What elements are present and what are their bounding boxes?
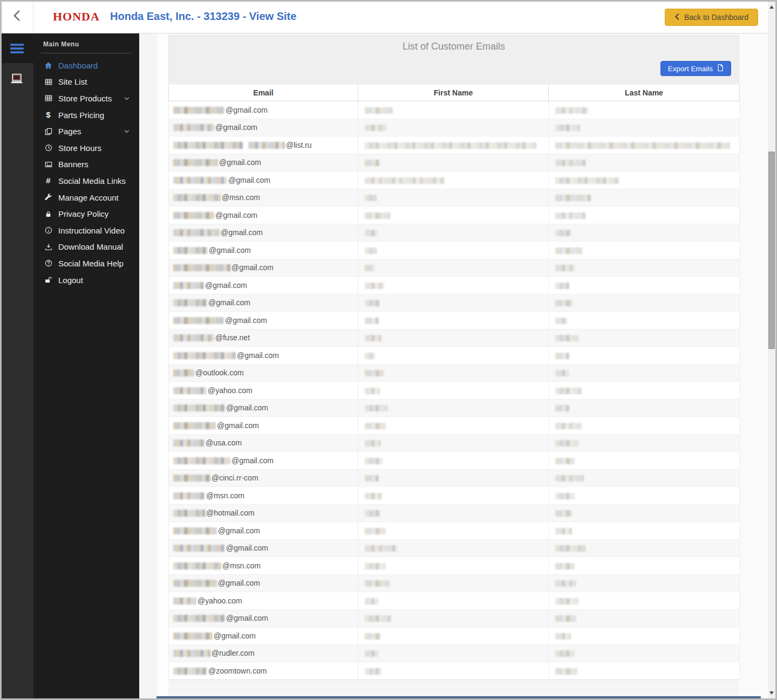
redacted-first-name <box>365 230 378 236</box>
redacted-email-user <box>173 142 243 149</box>
last-name-cell <box>549 242 740 259</box>
email-cell: @gmail.com <box>169 277 358 294</box>
redacted-email-user <box>173 545 225 552</box>
scrollbar[interactable] <box>768 2 775 698</box>
sidebar-item-social-media-links[interactable]: # Social Media Links <box>41 173 132 189</box>
email-cell: @gmail.com <box>169 312 358 330</box>
email-domain: @gmail.com <box>226 403 268 412</box>
redacted-last-name <box>555 633 571 640</box>
back-nav-button[interactable] <box>0 0 33 33</box>
scrollbar-thumb[interactable] <box>768 152 775 349</box>
email-cell: @gmail.com <box>169 242 358 259</box>
table-row: @gmail.com <box>169 277 740 294</box>
redacted-email-user <box>173 177 227 184</box>
email-cell: @gmail.com <box>169 171 358 189</box>
redacted-first-name <box>365 598 379 605</box>
email-domain: @zoomtown.com <box>208 667 267 675</box>
redacted-first-name <box>365 160 379 166</box>
email-domain: @gmail.com <box>218 526 260 535</box>
table-row: @gmail.com <box>169 154 740 171</box>
redacted-first-name <box>365 580 390 587</box>
customer-emails-panel: List of Customer Emails Export Emails Em… <box>168 36 739 680</box>
redacted-email-user <box>173 457 230 464</box>
last-name-cell <box>549 487 740 505</box>
export-emails-button[interactable]: Export Emails <box>660 61 731 76</box>
first-name-cell <box>358 189 549 207</box>
email-cell: @usa.com <box>169 434 358 452</box>
sidebar-item-logout[interactable]: Logout <box>41 272 132 289</box>
redacted-last-name <box>555 283 569 289</box>
sidebar-item-social-media-help[interactable]: Social Media Help <box>41 255 132 272</box>
sidebar-item-pages[interactable]: Pages <box>41 123 132 140</box>
sidebar-item-site-list[interactable]: Site List <box>41 74 132 91</box>
table-row: @cinci.rr-com <box>169 469 740 487</box>
first-name-cell <box>358 242 549 259</box>
redacted-first-name <box>365 510 380 517</box>
redacted-email-user <box>173 492 205 499</box>
redacted-email-user <box>173 369 194 376</box>
email-domain: @gmail.com <box>237 351 279 360</box>
sidebar-item-label: Social Media Help <box>58 259 124 268</box>
email-cell: @yahoo.com <box>169 592 358 610</box>
redacted-email-user <box>173 404 225 411</box>
redacted-email-user <box>173 194 221 201</box>
back-to-dashboard-label: Back to Dashboard <box>684 13 748 22</box>
first-name-cell <box>358 364 549 382</box>
app-window: HONDA Honda East, Inc. - 313239 - View S… <box>0 0 777 700</box>
scroll-down-button[interactable] <box>768 689 775 697</box>
redacted-email-user <box>173 580 217 587</box>
first-name-cell <box>358 469 549 487</box>
last-name-cell <box>549 294 740 312</box>
redacted-first-name <box>365 528 386 534</box>
laptop-icon[interactable] <box>0 72 33 85</box>
first-name-cell <box>358 574 549 592</box>
sidebar-item-manage-account[interactable]: Manage Account <box>41 189 132 206</box>
redacted-last-name <box>555 405 569 411</box>
email-cell: @gmail.com <box>169 627 358 645</box>
first-name-cell <box>358 522 549 540</box>
last-name-cell <box>549 644 740 662</box>
sidebar-item-privacy-policy[interactable]: Privacy Policy <box>41 205 132 222</box>
sidebar-item-label: Site List <box>58 77 87 86</box>
redacted-email-user-2 <box>248 142 285 149</box>
table-header-row: Email First Name Last Name <box>169 84 740 101</box>
redacted-first-name <box>365 563 386 569</box>
redacted-email-user <box>173 124 214 131</box>
last-name-cell <box>549 277 740 294</box>
table-row: @gmail.com <box>169 242 740 259</box>
last-name-cell <box>549 539 740 557</box>
redacted-first-name <box>365 335 381 341</box>
redacted-first-name <box>365 633 380 640</box>
email-cell: @gmail.com <box>169 154 358 171</box>
sidebar-item-label: Pages <box>58 127 81 136</box>
sidebar-item-download-manual[interactable]: Download Manual <box>41 239 132 256</box>
email-cell: @list.ru <box>169 136 358 154</box>
column-header-email: Email <box>169 84 358 101</box>
honda-logo: HONDA <box>53 0 100 33</box>
sidebar-item-instructional-video[interactable]: Instructional Video <box>41 222 132 239</box>
email-cell: @fuse.net <box>169 329 358 347</box>
customer-emails-table: Email First Name Last Name @gmail.com @g… <box>168 84 740 680</box>
table-row: @hotmail.com <box>169 504 740 522</box>
redacted-first-name <box>365 370 384 376</box>
hamburger-icon <box>10 44 24 53</box>
sidebar-item-store-hours[interactable]: Store Hours <box>41 140 132 156</box>
redacted-email-user <box>173 352 236 359</box>
email-domain: @yahoo.com <box>208 386 253 395</box>
arrow-down-icon <box>769 691 774 695</box>
redacted-last-name <box>555 563 575 569</box>
sidebar-item-store-products[interactable]: Store Products <box>41 90 132 107</box>
scroll-up-button[interactable] <box>768 3 775 11</box>
first-name-cell <box>358 136 549 154</box>
sidebar-item-dashboard[interactable]: Dashboard <box>41 57 132 74</box>
first-name-cell <box>358 644 549 662</box>
back-to-dashboard-button[interactable]: Back to Dashboard <box>665 9 758 26</box>
menu-toggle-button[interactable] <box>0 33 33 63</box>
last-name-cell <box>549 136 740 154</box>
last-name-cell <box>549 154 740 171</box>
sidebar-item-banners[interactable]: Banners <box>41 156 132 173</box>
sidebar-item-parts-pricing[interactable]: $ Parts Pricing <box>41 107 132 123</box>
email-cell: @yahoo.com <box>169 382 358 400</box>
redacted-email-user <box>173 440 205 447</box>
download-icon <box>43 243 53 251</box>
